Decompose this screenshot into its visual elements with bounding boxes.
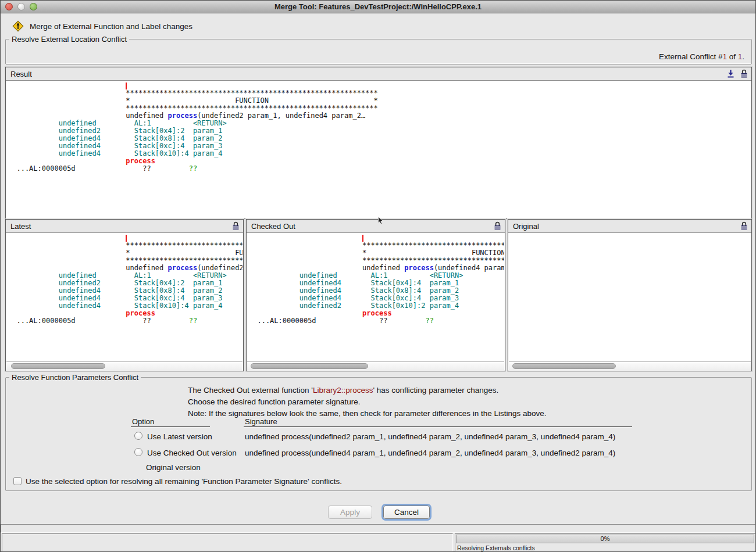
apply-button[interactable]: Apply <box>328 506 372 519</box>
lock-icon[interactable] <box>740 69 748 78</box>
result-panel: Result <box>5 67 752 219</box>
cancel-button[interactable]: Cancel <box>383 506 430 519</box>
phase-header: Merge of External Function and Label cha… <box>12 20 192 32</box>
conflict-message-line2: Choose the desired function parameter si… <box>188 397 360 406</box>
original-version-label: Original version <box>146 463 201 472</box>
use-checked-out-label[interactable]: Use Checked Out version <box>147 449 237 457</box>
lock-icon[interactable] <box>494 221 501 231</box>
listing-line: ...AL:0000005d ?? ?? <box>249 317 504 325</box>
checked-out-panel-header: Checked Out <box>247 220 505 233</box>
latest-signature: undefined process(undefined2 param_1, un… <box>245 432 615 441</box>
latest-panel: Latest *********************************… <box>5 219 244 371</box>
use-latest-label[interactable]: Use Latest version <box>147 432 212 441</box>
listing-line: ...AL:0000005d ?? ?? <box>8 317 243 325</box>
checked-out-hscrollbar[interactable] <box>247 361 504 370</box>
progress-bar: 0% <box>456 535 754 543</box>
result-listing[interactable]: ****************************************… <box>6 81 751 218</box>
use-checked-out-radio[interactable] <box>134 448 142 456</box>
checked-out-panel: Checked Out ****************************… <box>246 219 505 371</box>
mouse-cursor <box>377 216 384 225</box>
merge-diamond-icon <box>12 20 24 32</box>
lock-icon[interactable] <box>740 221 748 231</box>
window-title: Merge Tool: Features_DevTestProject:/Win… <box>1 2 755 11</box>
titlebar: Merge Tool: Features_DevTestProject:/Win… <box>1 1 755 13</box>
latest-listing[interactable]: ****************************************… <box>6 233 243 361</box>
apply-to-all-checkbox[interactable] <box>13 477 22 485</box>
location-conflict-group-title: Resolve External Location Conflict <box>9 35 129 44</box>
merge-tool-window: Merge Tool: Features_DevTestProject:/Win… <box>0 0 756 552</box>
option-header-underline <box>131 426 210 427</box>
latest-panel-header: Latest <box>6 220 243 233</box>
checked-out-signature: undefined process(undefined4 param_1, un… <box>245 449 615 457</box>
checked-out-listing[interactable]: ****************************************… <box>247 233 504 361</box>
apply-to-all-label[interactable]: Use the selected option for resolving al… <box>26 477 342 486</box>
signature-header-underline <box>244 426 632 427</box>
latest-hscrollbar[interactable] <box>6 361 243 370</box>
checked-out-panel-title: Checked Out <box>251 222 295 231</box>
original-panel: Original <box>508 219 752 371</box>
parameters-conflict-group-title: Resolve Function Parameters Conflict <box>9 373 141 382</box>
status-left-panel <box>2 533 453 551</box>
option-column-header: Option <box>132 417 154 426</box>
original-hscrollbar[interactable] <box>509 361 751 370</box>
conflict-message-line1: The Checked Out external function 'Libra… <box>188 386 498 395</box>
phase-title: Merge of External Function and Label cha… <box>30 22 192 31</box>
use-latest-radio[interactable] <box>134 432 142 440</box>
original-listing[interactable] <box>509 233 751 361</box>
download-icon[interactable] <box>727 69 734 78</box>
task-label: Resolving Externals conflicts <box>457 544 535 551</box>
latest-panel-title: Latest <box>10 222 31 231</box>
original-panel-title: Original <box>513 222 539 231</box>
status-message-bar <box>1 524 755 533</box>
lock-icon[interactable] <box>232 221 240 231</box>
signature-column-header: Signature <box>245 417 277 426</box>
result-panel-title: Result <box>10 70 32 78</box>
status-right-panel: 0% Resolving Externals conflicts <box>455 533 755 551</box>
conflict-message-line3: Note: If the signatures below look the s… <box>188 409 547 418</box>
location-conflict-group: Resolve External Location Conflict Exter… <box>5 39 752 64</box>
listing-line: ...AL:0000005d ?? ?? <box>8 165 751 173</box>
result-panel-header: Result <box>6 67 751 81</box>
conflict-counter: External Conflict #1 of 1. <box>659 52 744 61</box>
original-panel-header: Original <box>508 220 751 233</box>
